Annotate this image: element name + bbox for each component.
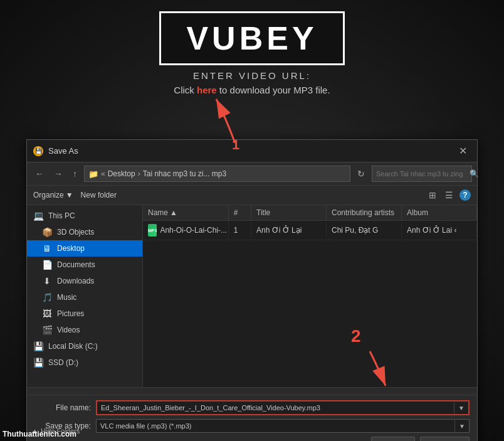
table-row[interactable]: MP3 Anh-Oi-O-Lai-Chi-... 1 Anh Ơi Ở Lại … [143, 221, 477, 240]
file-cell-num: 1 [229, 223, 251, 238]
col-header-title[interactable]: Title [251, 205, 327, 220]
col-header-num[interactable]: # [229, 205, 251, 220]
file-num: 1 [234, 226, 238, 235]
file-cell-title: Anh Ơi Ở Lại [251, 223, 327, 238]
filename-label: File name: [34, 403, 91, 412]
savetype-dropdown-icon[interactable]: ▼ [454, 420, 469, 432]
file-cell-album: Anh Ơi Ở Lai ‹ [402, 223, 477, 238]
sidebar-item-desktop[interactable]: 🖥 Desktop [27, 240, 142, 257]
save-button[interactable]: Save [371, 437, 414, 441]
save-as-dialog: 💾 Save As ✕ ← → ↑ 📁 « Desktop › Tai nhac… [26, 139, 478, 441]
col-num-label: # [234, 208, 238, 217]
col-artists-label: Contributing artists [332, 208, 394, 217]
savetype-select-wrap[interactable]: VLC media file (.mp3) (*.mp3) ▼ [96, 419, 470, 433]
close-button[interactable]: ✕ [455, 144, 471, 158]
titlebar-left: 💾 Save As [33, 146, 78, 156]
col-header-album[interactable]: Album [402, 205, 477, 220]
pictures-icon: 🖼 [42, 309, 52, 319]
nav-path[interactable]: 📁 « Desktop › Tai nhac mp3 tu zi... mp3 [84, 166, 350, 182]
path-sep-1: « [101, 169, 105, 178]
file-name: Anh-Oi-O-Lai-Chi-... [160, 226, 227, 235]
music-icon: 🎵 [42, 292, 52, 302]
click-here-link[interactable]: here [197, 85, 217, 95]
horizontal-scrollbar[interactable] [27, 387, 477, 395]
dialog-footer: File name: ▼ Save as type: VLC media fil… [27, 395, 477, 441]
logo-box: VUBEY [159, 11, 344, 65]
nav-forward-button[interactable]: → [51, 167, 66, 180]
file-list: Name ▲ # Title Contributing artists Albu… [143, 205, 477, 387]
click-here-text: Click here to download your MP3 file. [174, 85, 330, 95]
file-title: Anh Ơi Ở Lại [256, 226, 302, 235]
sidebar-item-documents[interactable]: 📄 Documents [27, 257, 142, 273]
col-name-label: Name [148, 208, 168, 217]
nav-refresh-button[interactable]: ↻ [354, 167, 368, 180]
filename-dropdown-icon[interactable]: ▼ [454, 402, 468, 414]
sidebar-item-pictures[interactable]: 🖼 Pictures [27, 306, 142, 322]
documents-label: Documents [57, 260, 95, 269]
desktop-label: Desktop [57, 244, 85, 253]
file-cell-artists: Chi Pu, Đạt G [327, 223, 402, 238]
branding-section: VUBEY ENTER VIDEO URL: Click here to dow… [0, 0, 504, 104]
toolbar-right: ⊞ ☰ ? [426, 189, 471, 201]
click-after: to download your MP3 file. [217, 85, 330, 95]
file-cell-name: MP3 Anh-Oi-O-Lai-Chi-... [143, 221, 229, 240]
3d-objects-icon: 📦 [42, 227, 52, 237]
documents-icon: 📄 [42, 260, 52, 270]
videos-icon: 🎬 [42, 325, 52, 335]
path-sep-2: › [138, 169, 140, 178]
local-disk-c-label: Local Disk (C:) [48, 342, 98, 351]
music-label: Music [57, 293, 76, 302]
sidebar: 💻 This PC 📦 3D Objects 🖥 Desktop 📄 Docum… [27, 205, 143, 387]
ssd-d-label: SSD (D:) [48, 358, 78, 367]
filename-input[interactable] [97, 401, 454, 414]
desktop-icon: 🖥 [42, 243, 52, 253]
view-list-icon[interactable]: ⊞ [426, 189, 439, 201]
file-list-header: Name ▲ # Title Contributing artists Albu… [143, 205, 477, 221]
enter-url-label: ENTER VIDEO URL: [193, 70, 311, 81]
pictures-label: Pictures [57, 309, 84, 318]
path-folder: Tai nhac mp3 tu zi... mp3 [143, 169, 226, 178]
sidebar-item-downloads[interactable]: ⬇ Downloads [27, 273, 142, 289]
path-desktop: Desktop [108, 169, 135, 178]
sidebar-item-videos[interactable]: 🎬 Videos [27, 322, 142, 338]
help-icon[interactable]: ? [459, 189, 471, 201]
new-folder-label: New folder [81, 191, 117, 199]
watermark: Thuthuattienich.com [3, 430, 76, 438]
dialog-titlebar: 💾 Save As ✕ [27, 140, 477, 162]
this-pc-label: This PC [48, 211, 75, 220]
view-details-icon[interactable]: ☰ [443, 189, 456, 201]
col-header-artists[interactable]: Contributing artists [327, 205, 402, 220]
cancel-button[interactable]: Cancel [420, 437, 470, 441]
search-icon: 🔍 [466, 169, 482, 178]
file-artists: Chi Pu, Đạt G [332, 226, 378, 235]
filename-input-wrap[interactable]: ▼ [96, 400, 470, 415]
sidebar-item-music[interactable]: 🎵 Music [27, 289, 142, 306]
local-disk-c-icon: 💾 [33, 341, 43, 351]
nav-up-button[interactable]: ↑ [70, 167, 80, 180]
ssd-d-icon: 💾 [33, 358, 43, 368]
sidebar-item-3d-objects[interactable]: 📦 3D Objects [27, 224, 142, 240]
search-input[interactable] [372, 170, 466, 178]
dialog-title-icon: 💾 [33, 146, 43, 156]
organize-chevron-icon: ▼ [66, 191, 73, 199]
filename-row: File name: ▼ [34, 400, 470, 415]
dialog-body: 💻 This PC 📦 3D Objects 🖥 Desktop 📄 Docum… [27, 205, 477, 387]
col-header-name[interactable]: Name ▲ [143, 205, 229, 220]
col-album-label: Album [407, 208, 428, 217]
downloads-icon: ⬇ [42, 276, 52, 286]
dialog-toolbar: Organize ▼ New folder ⊞ ☰ ? [27, 186, 477, 205]
savetype-value: VLC media file (.mp3) (*.mp3) [97, 420, 454, 432]
logo-text: VUBEY [186, 19, 317, 57]
sidebar-item-this-pc[interactable]: 💻 This PC [27, 208, 142, 224]
nav-search[interactable]: 🔍 [372, 166, 472, 182]
organize-button[interactable]: Organize ▼ [33, 191, 73, 199]
sidebar-item-local-disk-c[interactable]: 💾 Local Disk (C:) [27, 338, 142, 354]
new-folder-button[interactable]: New folder [81, 191, 117, 199]
file-album: Anh Ơi Ở Lai ‹ [407, 226, 456, 235]
click-before: Click [174, 85, 197, 95]
nav-back-button[interactable]: ← [32, 167, 47, 180]
sidebar-item-ssd-d[interactable]: 💾 SSD (D:) [27, 354, 142, 371]
path-folder-icon: 📁 [88, 169, 98, 179]
videos-label: Videos [57, 326, 80, 334]
col-title-label: Title [256, 208, 270, 217]
